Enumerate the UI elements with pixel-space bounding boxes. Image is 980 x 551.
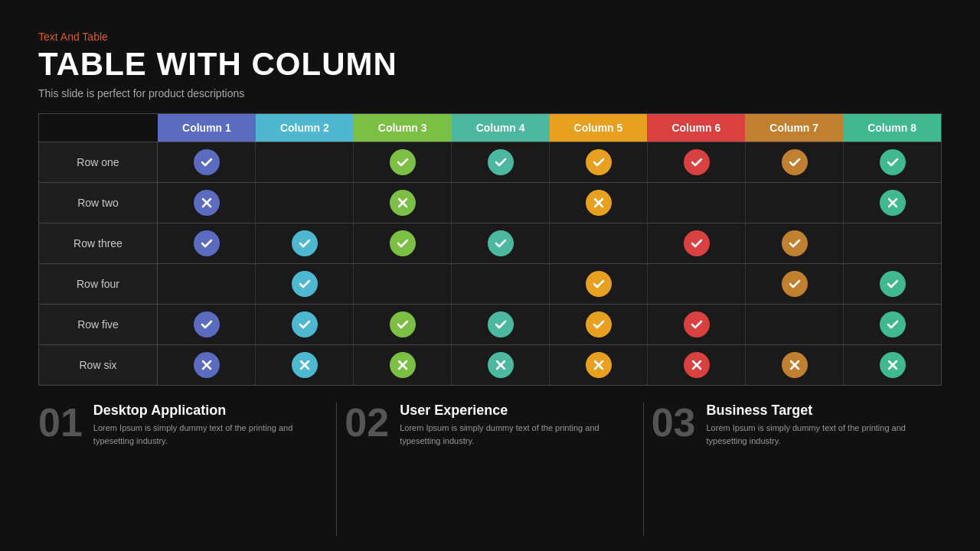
cell-r2-c7 [746,183,844,223]
row-label-4: Row four [39,264,158,304]
cross-icon [880,190,906,216]
check-icon [390,311,416,337]
check-icon [488,149,514,175]
check-icon [586,311,612,337]
cross-icon [194,352,220,378]
check-icon [194,311,220,337]
check-icon [292,230,318,256]
check-icon [684,230,710,256]
col-header-7: Column 7 [745,114,843,142]
footer-item-1: 01Desktop ApplicationLorem Ipsum is simp… [38,403,328,447]
cell-r1-c7 [746,142,844,182]
cross-icon [684,352,710,378]
row-label-6: Row six [39,345,158,385]
footer-heading-3: Business Target [707,403,926,419]
cell-r1-c5 [550,142,648,182]
cross-icon [586,352,612,378]
cross-icon [390,352,416,378]
cell-r4-c6 [648,264,746,304]
footer-item-2: 02User ExperienceLorem Ipsum is simply d… [345,403,635,447]
footer-text-3: Business TargetLorem Ipsum is simply dum… [707,403,926,447]
row-label-3: Row three [39,223,158,263]
cell-r3-c2 [256,223,354,263]
cell-r5-c6 [648,305,746,344]
cell-r5-c1 [158,305,256,344]
check-icon [194,230,220,256]
main-title: TABLE WITH COLUMN [38,46,942,83]
cell-r5-c3 [354,305,452,344]
check-icon [586,271,612,297]
cell-r2-c1 [158,183,256,223]
col-header-6: Column 6 [647,114,745,142]
cell-r2-c4 [452,183,550,223]
footer-heading-1: Desktop Application [93,403,313,419]
cell-r1-c6 [648,142,746,182]
check-icon [880,271,906,297]
col-header-8: Column 8 [843,114,941,142]
footer-desc-1: Lorem Ipsum is simply dummy text of the … [93,422,313,447]
check-icon [390,149,416,175]
cell-r6-c8 [844,345,941,385]
check-icon [390,230,416,256]
check-icon [488,230,514,256]
cell-r6-c7 [746,345,844,385]
cell-r5-c4 [452,305,550,344]
footer-divider [336,403,337,536]
col-header-1: Column 1 [158,114,256,142]
check-icon [782,271,808,297]
cell-r4-c7 [746,264,844,304]
cell-r4-c3 [354,264,452,304]
cell-r1-c2 [256,142,354,182]
cell-r6-c3 [354,345,452,385]
subtitle: Text And Table [38,31,942,43]
cell-r6-c5 [550,345,648,385]
cell-r6-c2 [256,345,354,385]
cell-r3-c4 [452,223,550,263]
slide: Text And Table TABLE WITH COLUMN This sl… [0,0,980,551]
footer-number-3: 03 [652,403,696,442]
check-icon [880,311,906,337]
footer-divider [643,403,644,536]
cell-r3-c1 [158,223,256,263]
table-row: Row four [39,263,941,304]
check-icon [586,149,612,175]
col-header-3: Column 3 [354,114,452,142]
footer-heading-2: User Experience [400,403,619,419]
table-row: Row five [39,304,941,344]
cell-r1-c1 [158,142,256,182]
cell-r3-c3 [354,223,452,263]
col-header-2: Column 2 [256,114,354,142]
cross-icon [292,352,318,378]
cell-r6-c1 [158,345,256,385]
cell-r4-c5 [550,264,648,304]
row-label-5: Row five [39,305,158,344]
cell-r6-c4 [452,345,550,385]
col-header-5: Column 5 [550,114,648,142]
check-icon [782,149,808,175]
cell-r2-c2 [256,183,354,223]
cell-r5-c7 [746,305,844,344]
footer-desc-3: Lorem Ipsum is simply dummy text of the … [707,422,926,447]
footer-number-2: 02 [345,403,389,442]
footer-desc-2: Lorem Ipsum is simply dummy text of the … [400,422,619,447]
table-row: Row six [39,344,941,385]
cell-r3-c5 [550,223,648,263]
cell-r3-c7 [746,223,844,263]
cross-icon [880,352,906,378]
cross-icon [390,190,416,216]
cell-r6-c6 [648,345,746,385]
cell-r4-c4 [452,264,550,304]
footer-number-1: 01 [38,403,83,442]
cell-r3-c8 [844,223,941,263]
cross-icon [194,190,220,216]
check-icon [782,230,808,256]
table-row: Row one [39,142,941,182]
cell-r2-c3 [354,183,452,223]
footer-text-2: User ExperienceLorem Ipsum is simply dum… [400,403,619,447]
cell-r4-c8 [844,264,941,304]
row-label-1: Row one [39,142,158,182]
main-table: Column 1Column 2Column 3Column 4Column 5… [38,113,942,386]
cell-r5-c5 [550,305,648,344]
description: This slide is perfect for product descri… [38,87,942,99]
cross-icon [586,190,612,216]
